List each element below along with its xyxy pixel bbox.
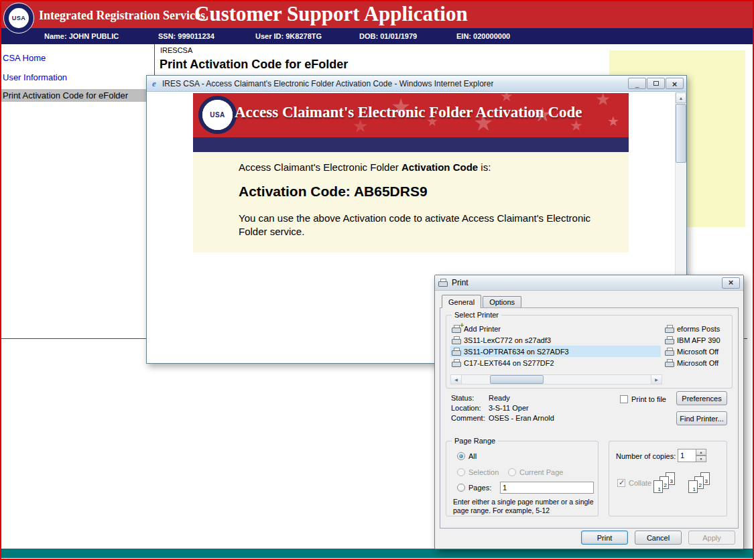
page-title: Print Activation Code for eFolder [160,58,348,72]
popup-titlebar[interactable]: IRES CSA - Access Claimant's Electronic … [147,76,686,92]
radio-pages[interactable]: Pages: [457,484,491,492]
maximize-button[interactable] [647,78,665,89]
scrollbar-thumb[interactable] [490,375,544,384]
print-dialog-titlebar[interactable]: Print [435,275,743,291]
printer-icon [665,359,674,367]
activation-code: Activation Code: AB65DRS9 [239,184,602,200]
radio-current-page-label: Current Page [519,468,563,476]
popup-window-title: IRES CSA - Access Claimant's Electronic … [162,79,493,88]
printer-row[interactable]: 3S11-LexC772 on s27adf3 IBM AFP 390 [450,334,728,346]
scroll-up-button[interactable] [676,92,686,103]
page-number: 3 [670,478,673,484]
printer-name: Microsoft Off [677,348,718,356]
copies-input[interactable] [678,449,696,462]
printer-icon [665,336,674,344]
radio-selection[interactable]: Selection [457,468,499,476]
print-dialog: Print General Options Select Printer Add… [434,275,744,549]
apply-button[interactable]: Apply [688,531,735,545]
collate-pages-icon: 3 2 1 3 2 1 [653,472,716,495]
page-range-hint: Enter either a single page number or a s… [453,498,595,515]
radio-icon [457,468,465,476]
horizontal-scrollbar[interactable] [450,374,662,384]
radio-all-label: All [468,452,477,460]
plus-icon [460,323,464,329]
location-label: Location: [451,403,489,413]
ssa-seal-text: USA [202,100,233,130]
cancel-button[interactable]: Cancel [635,531,682,545]
intro-prefix: Access Claimant's Electronic Folder [239,161,401,173]
printer-row-right[interactable]: Microsoft Off [665,346,729,357]
internet-explorer-icon [149,79,159,88]
find-printer-button[interactable]: Find Printer... [676,411,727,425]
printer-name: 3S11-LexC772 on s27adf3 [464,336,551,344]
scrollbar-thumb[interactable] [676,104,686,163]
scroll-right-button[interactable] [651,375,662,384]
printer-row-selected[interactable]: 3S11-OPTRAT634 on S27ADF3 Microsoft Off [450,346,728,357]
location-value: 3-S-11 Oper [489,404,529,412]
printer-row[interactable]: C17-LEXT644 on S277DF2 Microsoft Off [450,357,728,368]
printer-name: Microsoft Off [677,359,718,367]
preferences-button[interactable]: Preferences [676,391,727,405]
pages-input[interactable] [500,482,594,494]
user-id: User ID: 9K8278TG [255,32,359,40]
radio-selection-label: Selection [468,468,499,476]
printer-name: C17-LEXT644 on S277DF2 [464,359,554,367]
printer-status-block: Status:Ready Location:3-S-11 Oper Commen… [451,393,554,423]
radio-icon [457,452,465,460]
radio-all[interactable]: All [457,452,477,460]
general-tab-panel: Select Printer Add Printer eforms Posts [440,307,739,529]
printer-row-right[interactable]: IBM AFP 390 [665,334,729,346]
user-ssn: SSN: 999011234 [158,32,255,40]
checkbox-icon [617,479,625,487]
sidebar-item-csa-home[interactable]: CSA Home [1,52,154,64]
radio-icon [508,468,516,476]
sidebar-item-print-activation-code[interactable]: Print Activation Code for eFolder [1,89,154,102]
activation-intro: Access Claimant's Electronic Folder Acti… [239,161,602,173]
star-decoration [595,93,611,110]
printer-row-right[interactable]: eforms Posts [665,323,729,334]
user-dob: DOB: 01/01/1979 [359,32,456,40]
app-header: Integrated Registration Services Custome… [1,1,753,28]
page-number: 1 [693,486,696,492]
increment-button[interactable] [696,449,706,456]
collate-checkbox[interactable]: Collate [617,479,651,487]
printer-row-right[interactable]: Microsoft Off [665,357,729,368]
status-label: Status: [451,393,489,403]
status-value: Ready [489,394,510,402]
print-dialog-close-button[interactable] [722,277,740,289]
scroll-left-button[interactable] [451,375,462,384]
collate-stack: 3 2 1 [653,472,682,495]
stepper-buttons [696,449,706,462]
decrement-button[interactable] [696,456,706,462]
copies-stepper[interactable] [678,449,706,462]
popup-banner: USA Access Claimant's Electronic Folder … [193,93,629,137]
location-row: Location:3-S-11 Oper [451,403,554,413]
close-button[interactable] [666,78,684,89]
printer-icon [665,348,674,356]
activation-description: You can use the above Activation code to… [239,212,602,239]
minimize-button[interactable] [628,78,646,89]
printer-row-add-printer[interactable]: Add Printer eforms Posts [450,323,728,334]
printer-icon [438,279,448,287]
scrollbar-track[interactable] [462,375,651,384]
intro-suffix: is: [478,161,491,173]
printer-icon [452,336,461,344]
window-controls [628,78,684,89]
print-button[interactable]: Print [581,531,628,545]
user-name: Name: JOHN PUBLIC [44,32,158,40]
radio-current-page[interactable]: Current Page [508,468,563,476]
printer-icon [452,348,461,356]
minimize-icon [635,78,639,90]
print-dialog-tabs: General Options [442,295,523,308]
add-printer-icon [452,325,461,333]
print-to-file-checkbox[interactable]: Print to file [620,395,666,403]
sidebar-item-user-information[interactable]: User Information [1,71,154,84]
printer-name: eforms Posts [677,325,720,333]
checkbox-icon [620,395,628,403]
tab-general[interactable]: General [442,295,481,308]
tab-options[interactable]: Options [483,296,521,307]
application-window: Integrated Registration Services Custome… [0,0,754,560]
user-info-bar: Name: JOHN PUBLIC SSN: 999011234 User ID… [1,28,753,44]
dialog-buttons: Print Cancel Apply [581,531,735,545]
maximize-icon [653,81,659,86]
